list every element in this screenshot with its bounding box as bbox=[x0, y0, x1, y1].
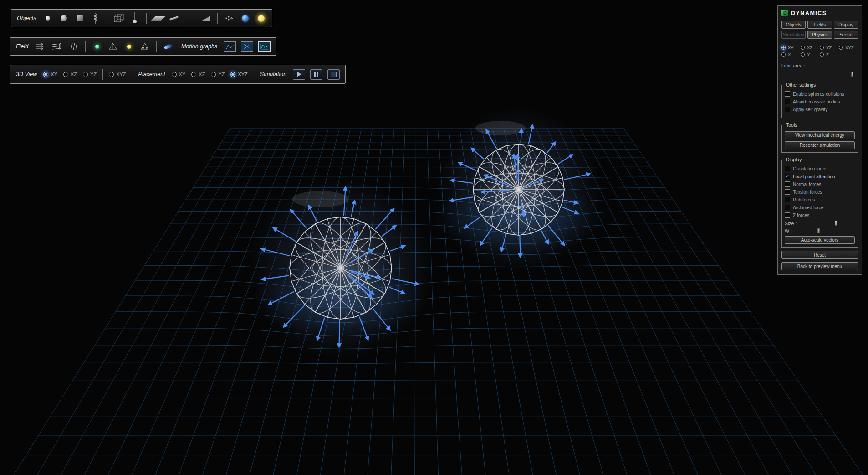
uniform-field-icon[interactable] bbox=[35, 41, 46, 52]
stop-icon bbox=[331, 72, 337, 77]
ramp-icon[interactable] bbox=[200, 12, 211, 24]
recenter-simulation-button[interactable]: Recenter simulation bbox=[785, 141, 855, 149]
radio-axis-yz[interactable]: YZ bbox=[820, 45, 839, 50]
field-lines-icon[interactable] bbox=[68, 41, 79, 52]
objects-toolbar: Objects bbox=[11, 9, 272, 27]
checkbox-apply-self-gravity[interactable]: Apply self-gravity bbox=[785, 107, 855, 112]
checkbox-label: Normal forces bbox=[793, 182, 821, 187]
simulation-label: Simulation bbox=[260, 71, 286, 77]
panel-header: D DYNAMICS bbox=[781, 9, 858, 20]
comet-icon[interactable] bbox=[163, 41, 174, 52]
radio-axis-x[interactable]: X bbox=[781, 52, 801, 57]
checkbox-box-icon bbox=[785, 91, 790, 97]
w-slider-row: W : bbox=[785, 228, 855, 234]
limit-area: Limit area : bbox=[781, 63, 858, 77]
radio-label: XY bbox=[179, 72, 186, 77]
radio-axis-xy[interactable]: XY bbox=[781, 45, 801, 50]
w-label: W : bbox=[785, 228, 792, 234]
checkbox-local-point-attraction[interactable]: ✓Local point attraction bbox=[785, 174, 855, 179]
plane-icon[interactable] bbox=[153, 12, 163, 24]
radio-label: XZ bbox=[199, 72, 205, 77]
positive-charge-icon[interactable] bbox=[92, 41, 102, 52]
view-mechanical-energy-button[interactable]: View mechanical energy bbox=[785, 131, 855, 139]
checkbox-label: Rub forces bbox=[793, 197, 815, 202]
pause-button[interactable] bbox=[310, 69, 322, 80]
wireframe-box-icon[interactable] bbox=[113, 12, 124, 24]
sun-icon[interactable] bbox=[255, 12, 266, 24]
play-button[interactable] bbox=[293, 69, 305, 80]
radio-axis-z[interactable]: Z bbox=[820, 52, 839, 57]
limit-area-slider[interactable] bbox=[781, 71, 858, 77]
stop-button[interactable] bbox=[327, 69, 340, 80]
w-slider-handle[interactable] bbox=[817, 228, 820, 233]
checkbox-forces[interactable]: Σ forces bbox=[785, 212, 855, 218]
radio-label: XZ bbox=[71, 72, 77, 77]
radio-axis-xyz[interactable]: XYZ bbox=[839, 45, 858, 50]
radio-axis-xz[interactable]: XZ bbox=[801, 45, 820, 50]
display-legend: Display bbox=[785, 157, 803, 162]
checkbox-enable-spheres-collisions[interactable]: Enable spheres collisions bbox=[785, 91, 855, 97]
checkbox-box-icon bbox=[785, 197, 790, 202]
radio-placement-yz[interactable]: YZ bbox=[211, 72, 225, 77]
placement-radio-group: XYXZYZXYZ bbox=[172, 72, 248, 77]
pendulum-icon[interactable] bbox=[129, 12, 140, 24]
rod-icon[interactable] bbox=[168, 12, 179, 24]
checkbox-rub-forces[interactable]: Rub forces bbox=[785, 197, 855, 202]
size-slider[interactable] bbox=[799, 220, 855, 226]
toolbar-separator bbox=[217, 13, 218, 24]
tab-fields[interactable]: Fields bbox=[807, 21, 832, 29]
w-slider[interactable] bbox=[795, 228, 855, 234]
checkbox-tension-forces[interactable]: Tension forces bbox=[785, 189, 855, 195]
radio-dot-icon bbox=[211, 72, 216, 77]
radio-view-xz[interactable]: XZ bbox=[63, 72, 77, 77]
checkbox-archimed-force[interactable]: Archimed force bbox=[785, 205, 855, 210]
radio-dot-icon bbox=[172, 72, 177, 77]
graph-curve-button[interactable] bbox=[224, 41, 236, 52]
checkbox-absorb-massive-bodies[interactable]: Absorb massive bodies bbox=[785, 99, 855, 104]
tab-physics[interactable]: Physics bbox=[807, 31, 832, 39]
view-toolbar-label: 3D View bbox=[16, 71, 37, 77]
radio-view-xyz[interactable]: XYZ bbox=[109, 72, 126, 77]
earth-icon[interactable] bbox=[240, 12, 250, 24]
checkbox-label: Σ forces bbox=[793, 213, 809, 218]
radio-view-xy[interactable]: XY bbox=[43, 72, 57, 77]
tab-scene[interactable]: Scene bbox=[834, 31, 858, 39]
checkbox-normal-forces[interactable]: Normal forces bbox=[785, 181, 855, 187]
radio-placement-xy[interactable]: XY bbox=[172, 72, 186, 77]
toolbar-separator bbox=[146, 13, 147, 24]
placement-label: Placement bbox=[138, 71, 165, 77]
radio-placement-xz[interactable]: XZ bbox=[191, 72, 205, 77]
back-to-preview-menu-button[interactable]: Back to preview menu bbox=[781, 262, 858, 270]
cone-field-icon[interactable] bbox=[107, 41, 118, 52]
dense-field-icon[interactable] bbox=[51, 41, 63, 52]
checkbox-gravitation-force[interactable]: Gravitation force bbox=[785, 166, 855, 171]
tab-objects[interactable]: Objects bbox=[781, 21, 806, 29]
panel-tabs-primary: ObjectsFieldsDisplay bbox=[781, 21, 858, 29]
charged-cone-icon[interactable] bbox=[139, 41, 150, 52]
sphere-white-icon[interactable] bbox=[42, 12, 53, 24]
dotted-plane-icon[interactable] bbox=[184, 12, 195, 24]
negative-charge-icon[interactable] bbox=[123, 41, 134, 52]
radio-axis-y[interactable]: Y bbox=[801, 52, 820, 57]
tab-simulation[interactable]: Simulation bbox=[781, 31, 806, 39]
graph-axes-button[interactable] bbox=[241, 41, 253, 52]
graph-energy-button[interactable] bbox=[258, 41, 271, 52]
radio-placement-xyz[interactable]: XYZ bbox=[230, 72, 247, 77]
axis-radio-row-2: XYZ bbox=[781, 52, 858, 57]
limit-area-slider-handle[interactable] bbox=[851, 72, 853, 77]
spring-icon[interactable] bbox=[90, 12, 101, 24]
cube-icon[interactable] bbox=[74, 12, 85, 24]
tools-legend: Tools bbox=[785, 122, 799, 128]
auto-scale-vectors-button[interactable]: Auto-scale vectors bbox=[785, 236, 855, 244]
reset-button[interactable]: Reset bbox=[781, 251, 858, 259]
dynamics-logo-icon: D bbox=[781, 10, 788, 16]
play-icon bbox=[297, 72, 301, 77]
sphere-gray-icon[interactable] bbox=[58, 12, 69, 24]
point-mass-icon[interactable] bbox=[224, 12, 235, 24]
tab-display[interactable]: Display bbox=[834, 21, 858, 29]
size-slider-handle[interactable] bbox=[835, 221, 837, 226]
toolbar-separator bbox=[107, 13, 107, 24]
radio-dot-icon bbox=[781, 52, 786, 57]
radio-dot-icon bbox=[820, 52, 824, 57]
radio-view-yz[interactable]: YZ bbox=[83, 72, 97, 77]
